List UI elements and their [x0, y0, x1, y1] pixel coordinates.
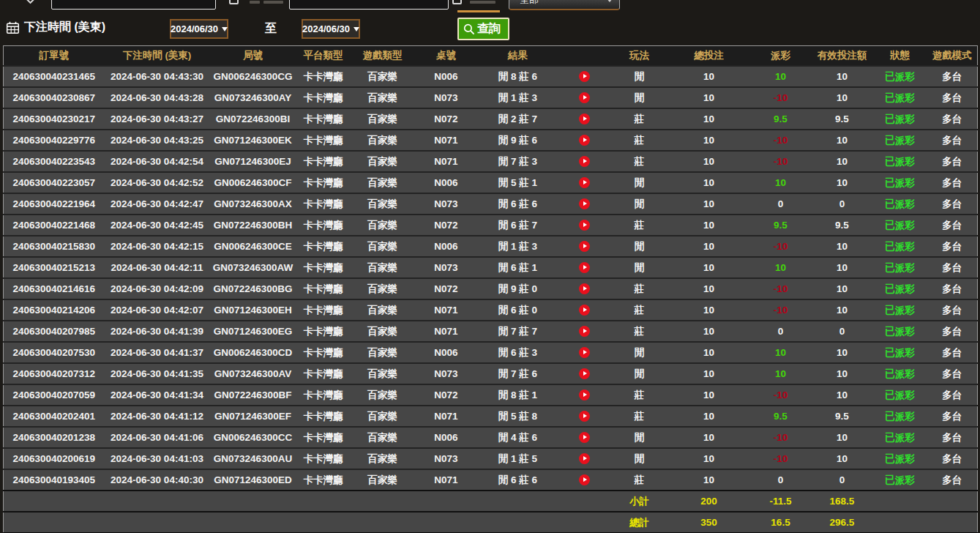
round-cell: GN006246300CF: [210, 172, 296, 193]
replay-play-icon[interactable]: [579, 177, 590, 188]
platform-cell: 卡卡灣廳: [296, 172, 351, 193]
cropped-checkbox-icon-2[interactable]: [452, 0, 462, 4]
replay-play-icon[interactable]: [579, 368, 590, 379]
payout-cell: -10: [750, 278, 812, 299]
total-bet-cell: 10: [668, 215, 750, 236]
game-type-cell: 百家樂: [351, 363, 415, 384]
replay-play-icon[interactable]: [579, 474, 590, 485]
bet-time-cell: 2024-06-30 04:40:30: [105, 469, 210, 491]
order-cell: 240630040201238: [4, 427, 105, 448]
replay-play-icon[interactable]: [579, 432, 590, 443]
status-cell: 已派彩: [873, 406, 927, 427]
result-cell: 閒 1 莊 5: [478, 448, 558, 469]
table-row: 240630040221468 2024-06-30 04:42:45 GN07…: [4, 215, 978, 236]
replay-play-icon[interactable]: [579, 135, 590, 146]
valid-bet-cell: 10: [812, 342, 873, 363]
order-cell: 240630040215830: [4, 236, 105, 257]
valid-bet-cell: 10: [812, 257, 873, 278]
cropped-diamond-icon: [25, 0, 37, 4]
replay-play-icon[interactable]: [579, 411, 590, 422]
round-cell: GN006246300CG: [210, 66, 296, 87]
table-no-cell: N006: [415, 66, 478, 87]
replay-cell: [558, 448, 611, 469]
total-bet-cell: 10: [668, 87, 750, 108]
order-cell: 240630040221964: [4, 193, 105, 215]
total-bet-cell: 10: [668, 66, 750, 87]
payout-cell: 10: [750, 257, 812, 278]
table-row: 240630040207530 2024-06-30 04:41:37 GN00…: [4, 342, 978, 363]
replay-play-icon[interactable]: [579, 283, 590, 294]
replay-cell: [558, 87, 611, 108]
replay-play-icon[interactable]: [579, 92, 590, 103]
replay-play-icon[interactable]: [579, 71, 590, 82]
date-from-select[interactable]: 2024/06/30: [170, 19, 228, 39]
status-dropdown[interactable]: 全部: [509, 0, 620, 10]
header-status: 狀態: [873, 46, 927, 67]
table-row: 240630040200619 2024-06-30 04:41:03 GN07…: [4, 448, 978, 469]
round-cell: GN071246300EJ: [210, 151, 296, 172]
valid-bet-cell: 10: [812, 130, 873, 151]
table-no-cell: N006: [415, 172, 478, 193]
replay-play-icon[interactable]: [579, 390, 590, 400]
result-cell: 閒 9 莊 0: [478, 278, 558, 299]
replay-cell: [558, 215, 611, 236]
mode-cell: 多台: [927, 363, 978, 384]
total-spacer-right: [873, 512, 978, 533]
replay-play-icon[interactable]: [579, 113, 590, 124]
replay-cell: [558, 172, 611, 193]
chevron-down-icon: [607, 0, 613, 2]
cropped-text-input-2[interactable]: [289, 0, 449, 10]
table-no-cell: N073: [415, 193, 478, 215]
order-cell: 240630040231465: [4, 66, 105, 87]
search-button[interactable]: 查詢: [457, 18, 509, 40]
valid-bet-cell: 0: [812, 193, 873, 215]
payout-cell: 9.5: [750, 215, 812, 236]
game-type-cell: 百家樂: [351, 193, 415, 215]
header-bet-time: 下注時間 (美東): [105, 46, 210, 67]
round-cell: GN071246300ED: [210, 469, 296, 491]
table-no-cell: N006: [415, 427, 478, 448]
replay-play-icon[interactable]: [579, 198, 590, 209]
mode-cell: 多台: [927, 342, 978, 363]
cropped-checkbox-icon-1[interactable]: [229, 0, 239, 4]
status-cell: 已派彩: [873, 427, 927, 448]
valid-bet-cell: 10: [812, 363, 873, 384]
mode-cell: 多台: [927, 427, 978, 448]
payout-cell: 10: [750, 342, 812, 363]
result-cell: 閒 6 莊 6: [478, 193, 558, 215]
total-bet-cell: 10: [668, 236, 750, 257]
total-bet-cell: 10: [668, 406, 750, 427]
table-row: 240630040201238 2024-06-30 04:41:06 GN00…: [4, 427, 978, 448]
platform-cell: 卡卡灣廳: [296, 448, 351, 469]
date-to-select[interactable]: 2024/06/30: [302, 19, 360, 39]
platform-cell: 卡卡灣廳: [296, 342, 351, 363]
search-button-label: 查詢: [477, 21, 501, 37]
bet-time-cell: 2024-06-30 04:42:09: [105, 278, 210, 299]
replay-play-icon[interactable]: [579, 220, 590, 231]
table-no-cell: N071: [415, 130, 478, 151]
valid-bet-cell: 9.5: [812, 108, 873, 130]
result-cell: 閒 6 莊 3: [478, 342, 558, 363]
cropped-text-input-1[interactable]: [51, 0, 216, 10]
table-row: 240630040207059 2024-06-30 04:41:34 GN07…: [4, 384, 978, 406]
mode-cell: 多台: [927, 406, 978, 427]
replay-cell: [558, 66, 611, 87]
bet-side-cell: 莊: [611, 321, 668, 342]
replay-play-icon[interactable]: [579, 305, 590, 316]
bet-time-cell: 2024-06-30 04:43:25: [105, 130, 210, 151]
total-bet-cell: 10: [668, 342, 750, 363]
table-row: 240630040229776 2024-06-30 04:43:25 GN07…: [4, 130, 978, 151]
replay-play-icon[interactable]: [579, 326, 590, 337]
table-row: 240630040207312 2024-06-30 04:41:35 GN07…: [4, 363, 978, 384]
replay-play-icon[interactable]: [579, 453, 590, 464]
round-cell: GN072246300BF: [210, 384, 296, 406]
replay-play-icon[interactable]: [579, 262, 590, 273]
replay-play-icon[interactable]: [579, 241, 590, 252]
mode-cell: 多台: [927, 469, 978, 491]
platform-cell: 卡卡灣廳: [296, 321, 351, 342]
replay-play-icon[interactable]: [579, 156, 590, 167]
round-cell: GN071246300EH: [210, 299, 296, 321]
replay-play-icon[interactable]: [579, 347, 590, 358]
table-no-cell: N071: [415, 406, 478, 427]
platform-cell: 卡卡灣廳: [296, 236, 351, 257]
